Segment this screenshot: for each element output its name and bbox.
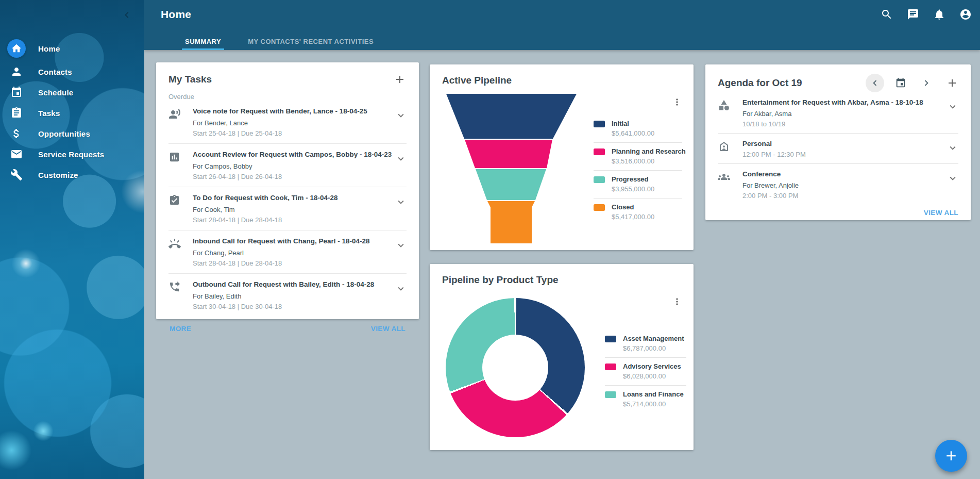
calendar-icon: [895, 77, 906, 89]
more-vert-icon: [672, 96, 682, 108]
agenda-next-button[interactable]: [917, 74, 936, 92]
card-menu-button[interactable]: [672, 96, 682, 108]
legend-item: Asset Management $6,787,000.00: [605, 330, 686, 357]
chevron-left-icon: [121, 9, 133, 21]
search-icon[interactable]: [881, 8, 893, 21]
chevron-down-icon[interactable]: [947, 173, 958, 184]
legend-item: Initial $5,641,000.00: [594, 115, 682, 142]
outbound-call-icon: [168, 281, 182, 294]
sidebar-item-service-requests[interactable]: Service Requests: [0, 144, 144, 164]
sidebar-item-label: Tasks: [38, 109, 60, 118]
sidebar-item-label: Contacts: [38, 68, 72, 76]
agenda-add-button[interactable]: [943, 74, 961, 92]
agenda-item[interactable]: Entertainment for Request with Akbar, As…: [718, 92, 958, 134]
task-row[interactable]: To Do for Request with Cook, Tim - 18-04…: [168, 187, 407, 230]
funnel-segment-progressed: [476, 169, 546, 200]
task-for: For Bailey, Edith: [193, 292, 395, 301]
agenda-item[interactable]: Conference For Brewer, Anjolie 2:00 PM -…: [718, 164, 958, 205]
chevron-down-icon[interactable]: [395, 196, 407, 208]
add-task-button[interactable]: [393, 73, 407, 86]
sidebar-nav: Home Contacts Schedule Tasks Opportuniti…: [0, 38, 144, 185]
agenda-title: Agenda for Oct 19: [718, 77, 866, 89]
dollar-icon: [7, 124, 26, 143]
calendar-icon: [7, 83, 26, 102]
entertainment-shapes-icon: [718, 99, 730, 111]
legend-item: Planning and Research $3,516,000.00: [594, 142, 682, 170]
agenda-item-time: 12:00 PM - 12:30 PM: [742, 151, 947, 158]
task-row[interactable]: Inbound Call for Request with Chang, Pea…: [168, 230, 407, 274]
view-all-button[interactable]: VIEW ALL: [371, 325, 405, 333]
legend-value: $5,641,000.00: [612, 129, 654, 137]
conference-people-icon: [718, 171, 730, 183]
agenda-card: Agenda for Oct 19 Entertainment for Requ…: [705, 64, 971, 220]
task-for: For Chang, Pearl: [193, 249, 395, 257]
agenda-item-time: 2:00 PM - 3:00 PM: [742, 192, 947, 200]
task-dates: Start 26-04-18 | Due 26-04-18: [193, 173, 395, 181]
sidebar-item-contacts[interactable]: Contacts: [0, 61, 144, 82]
agenda-prev-button[interactable]: [866, 74, 884, 92]
legend-value: $3,955,000.00: [612, 185, 654, 193]
more-button[interactable]: MORE: [170, 325, 191, 333]
funnel-segment-closed: [487, 201, 535, 243]
top-bar: Home SUMMARY MY CONTACTS' RECENT ACTIVIT…: [144, 0, 980, 50]
task-dates: Start 28-04-18 | Due 28-04-18: [193, 216, 395, 224]
active-pipeline-card: Active Pipeline Initial $5,641,000.00 Pl…: [430, 64, 694, 250]
sidebar-collapse-button[interactable]: [121, 9, 133, 21]
agenda-item[interactable]: Personal 12:00 PM - 12:30 PM: [718, 134, 958, 164]
sidebar-item-opportunities[interactable]: Opportunities: [0, 123, 144, 144]
task-row[interactable]: Account Review for Request with Campos, …: [168, 144, 407, 187]
task-row[interactable]: Voice note for Request with Bender, Lanc…: [168, 101, 407, 144]
agenda-item-title: Entertainment for Request with Akbar, As…: [742, 98, 947, 107]
sidebar-item-tasks[interactable]: Tasks: [0, 103, 144, 123]
legend-item: Closed $5,417,000.00: [594, 198, 682, 226]
todo-icon: [168, 194, 182, 208]
chevron-down-icon[interactable]: [395, 283, 407, 294]
card-menu-button[interactable]: [672, 296, 682, 307]
chevron-down-icon[interactable]: [947, 101, 958, 112]
chevron-down-icon[interactable]: [395, 240, 407, 251]
funnel-segment-planning: [465, 140, 552, 168]
account-icon[interactable]: [959, 8, 972, 21]
legend-item: Advisory Services $6,028,000.00: [605, 357, 686, 385]
top-bar-actions: [881, 8, 972, 21]
chevron-down-icon[interactable]: [395, 110, 407, 121]
notifications-icon[interactable]: [933, 8, 945, 21]
sidebar-item-home[interactable]: Home: [0, 38, 144, 59]
task-title: Account Review for Request with Campos, …: [193, 150, 395, 159]
legend-name: Closed: [612, 203, 654, 211]
legend-name: Progressed: [612, 175, 654, 183]
fab-add-button[interactable]: [935, 440, 967, 472]
legend-item: Progressed $3,955,000.00: [594, 170, 682, 198]
chat-icon[interactable]: [907, 8, 919, 21]
task-title: Voice note for Request with Bender, Lanc…: [193, 107, 395, 116]
agenda-view-all-button[interactable]: VIEW ALL: [924, 209, 958, 217]
sidebar-item-label: Opportunities: [38, 129, 90, 138]
agenda-item-time: 10/18 to 10/19: [742, 120, 947, 128]
sidebar-item-customize[interactable]: Customize: [0, 164, 144, 185]
chevron-down-icon[interactable]: [395, 153, 407, 164]
agenda-calendar-button[interactable]: [891, 74, 910, 92]
assignment-icon: [7, 104, 26, 122]
chevron-right-icon: [921, 77, 932, 89]
legend-name: Loans and Finance: [623, 390, 684, 398]
legend-name: Asset Management: [623, 335, 684, 342]
tasks-group-label: Overdue: [168, 93, 407, 101]
legend-value: $6,787,000.00: [623, 344, 684, 352]
wrench-icon: [7, 166, 26, 184]
task-title: Inbound Call for Request with Chang, Pea…: [193, 237, 395, 246]
my-tasks-card: My Tasks Overdue Voice note for Request …: [156, 62, 419, 319]
legend-item: Loans and Finance $5,714,000.00: [605, 385, 686, 413]
donut-legend: Asset Management $6,787,000.00 Advisory …: [605, 330, 686, 413]
legend-name: Advisory Services: [623, 362, 681, 370]
tab-recent-activities[interactable]: MY CONTACTS' RECENT ACTIVITIES: [245, 32, 377, 50]
tab-summary[interactable]: SUMMARY: [182, 32, 224, 50]
sidebar-item-label: Customize: [38, 171, 78, 179]
product-type-donut-chart: [446, 298, 585, 437]
sidebar-item-schedule[interactable]: Schedule: [0, 82, 144, 103]
agenda-item-for: For Brewer, Anjolie: [742, 181, 947, 189]
plus-icon: [943, 448, 959, 464]
task-row[interactable]: Outbound Call for Request with Bailey, E…: [168, 274, 407, 317]
funnel-segment-initial: [446, 94, 577, 139]
chevron-down-icon[interactable]: [947, 142, 958, 154]
pipeline-by-product-type-title: Pipeline by Product Type: [442, 274, 681, 286]
